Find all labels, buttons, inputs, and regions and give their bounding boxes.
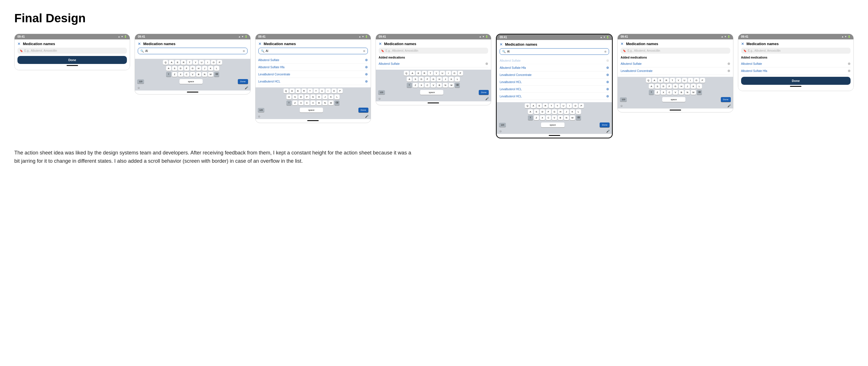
- key-p[interactable]: P: [217, 60, 222, 65]
- key-k[interactable]: K: [208, 66, 213, 71]
- screen-title-3: Medication names: [264, 42, 296, 46]
- key-a2[interactable]: A: [166, 66, 171, 71]
- search-bar-2[interactable]: 🔍 Al ⊗: [138, 48, 247, 54]
- key-r[interactable]: R: [181, 60, 186, 65]
- add-icon-5-6[interactable]: ⊕: [606, 94, 609, 98]
- close-button-7[interactable]: ✕: [741, 42, 744, 46]
- key-backspace[interactable]: ⌫: [214, 72, 219, 77]
- key-row-3a: QAERTYUIOP: [256, 89, 370, 93]
- add-icon-3-1[interactable]: ⊕: [365, 58, 368, 62]
- phone-content-2: ✕ Medication names 🔍 Al ⊗: [135, 39, 250, 59]
- key-x[interactable]: X: [178, 72, 183, 77]
- time-4: 09:41: [379, 35, 386, 38]
- add-icon-5-4[interactable]: ⊕: [606, 80, 609, 84]
- search-bar-7[interactable]: 🔖 E.g., Albuterol, Amoxicillin: [741, 48, 850, 54]
- status-bar-3: 09:41 ▲▼🔋: [255, 34, 371, 39]
- phone-content-1: ✕ Medication names 🔖 E.g., Albuterol, Am…: [14, 39, 130, 70]
- key-o[interactable]: O: [211, 60, 216, 65]
- remove-icon-7-1[interactable]: ⊗: [848, 62, 850, 66]
- key-j[interactable]: J: [202, 66, 207, 71]
- add-icon-5-2[interactable]: ⊕: [606, 66, 609, 70]
- remove-icon-5-1[interactable]: ⊗: [606, 59, 609, 63]
- clear-icon-3[interactable]: ⊗: [363, 49, 365, 53]
- key-c[interactable]: C: [184, 72, 189, 77]
- add-icon-3-2[interactable]: ⊕: [365, 65, 368, 69]
- key-y[interactable]: Y: [193, 60, 198, 65]
- med-item-5-1: Albuterol Sulfate ⊗: [500, 57, 609, 64]
- clear-icon-5[interactable]: ⊗: [604, 50, 607, 53]
- med-item-4-1: Albuterol Sulfate ⊗: [379, 60, 488, 67]
- med-name-7-2: Albuterol Sulfate Hfa: [741, 69, 767, 72]
- time-3: 09:41: [258, 35, 266, 38]
- key-123[interactable]: 123: [137, 79, 144, 84]
- time-1: 09:41: [18, 35, 25, 38]
- key-t[interactable]: T: [187, 60, 192, 65]
- key-g[interactable]: G: [190, 66, 195, 71]
- close-button-6[interactable]: ✕: [620, 42, 624, 46]
- remove-icon-6-1[interactable]: ⊗: [727, 62, 730, 66]
- key-i[interactable]: I: [205, 60, 210, 65]
- time-2: 09:41: [138, 35, 145, 38]
- search-placeholder-6: E.g., Albuterol, Amoxicillin: [627, 49, 728, 52]
- phone-5: 09:41 ▲▼🔋 ✕ Medication names 🔍 Al ⊗ Albu…: [496, 34, 613, 138]
- close-button-4[interactable]: ✕: [379, 42, 382, 46]
- done-button-7[interactable]: Done: [741, 77, 850, 85]
- search-placeholder-4: E.g., Albuterol, Amoxicillin: [385, 49, 486, 52]
- med-name-6-1: Albuterol Sulfate: [620, 62, 641, 65]
- add-icon-5-3[interactable]: ⊕: [606, 73, 609, 77]
- med-name-6-2: Levalbuterol Concentrate: [620, 69, 652, 72]
- key-z[interactable]: Z: [172, 72, 177, 77]
- mic-icon[interactable]: 🎤: [245, 86, 248, 89]
- close-button-1[interactable]: ✕: [18, 42, 21, 46]
- med-item-5-6: Levalbuterol HCL ⊕: [500, 93, 609, 100]
- search-placeholder-7: E.g., Albuterol, Amoxicillin: [748, 49, 848, 52]
- add-icon-3-3[interactable]: ⊕: [365, 72, 368, 76]
- shield-icon-7: 🔖: [743, 49, 747, 52]
- key-v[interactable]: V: [190, 72, 195, 77]
- key-q[interactable]: Q: [163, 60, 168, 65]
- key-space[interactable]: space: [180, 79, 203, 84]
- phone-header-1: ✕ Medication names: [18, 42, 127, 46]
- search-bar-6[interactable]: 🔖 E.g., Albuterol, Amoxicillin: [620, 48, 730, 54]
- add-icon-5-5[interactable]: ⊕: [606, 87, 609, 91]
- key-f[interactable]: F: [184, 66, 189, 71]
- remove-icon-4-1[interactable]: ⊗: [485, 62, 488, 66]
- status-bar-4: 09:41 ▲▼🔋: [376, 34, 491, 39]
- key-u[interactable]: U: [199, 60, 204, 65]
- search-bar-3[interactable]: 🔍 Al ⊗: [258, 48, 368, 54]
- close-button-2[interactable]: ✕: [138, 42, 141, 46]
- med-item-3-3: Levalbuterol Concentrate ⊕: [258, 71, 368, 78]
- search-bar-5[interactable]: 🔍 Al ⊗: [500, 48, 609, 55]
- key-done[interactable]: Done: [238, 79, 248, 84]
- key-shift[interactable]: ⇧: [166, 72, 171, 77]
- key-h[interactable]: H: [196, 66, 201, 71]
- remove-icon-7-2[interactable]: ⊗: [848, 69, 850, 73]
- key-e[interactable]: E: [175, 60, 180, 65]
- key-b[interactable]: B: [196, 72, 201, 77]
- med-name-5-4: Levalbuterol HCL: [500, 80, 522, 84]
- search-icon-3: 🔍: [261, 49, 265, 53]
- emoji-icon[interactable]: ☺: [137, 86, 140, 89]
- key-m[interactable]: M: [208, 72, 213, 77]
- key-s[interactable]: S: [172, 66, 177, 71]
- med-item-7-1: Albuterol Sulfate ⊗: [741, 60, 850, 67]
- remove-icon-6-2[interactable]: ⊗: [727, 69, 730, 73]
- key-d[interactable]: D: [178, 66, 183, 71]
- close-button-3[interactable]: ✕: [258, 42, 261, 46]
- done-button-1[interactable]: Done: [18, 56, 127, 64]
- key-n[interactable]: N: [202, 72, 207, 77]
- close-button-5[interactable]: ✕: [500, 42, 503, 46]
- time-6: 09:41: [620, 35, 628, 38]
- search-bar-1[interactable]: 🔖 E.g., Albuterol, Amoxicillin: [18, 48, 127, 54]
- search-bar-4[interactable]: 🔖 E.g., Albuterol, Amoxicillin: [379, 48, 488, 54]
- med-name-5-2: Albuterol Sulfate Hfa: [500, 66, 526, 69]
- clear-icon-2[interactable]: ⊗: [243, 49, 245, 53]
- key-l[interactable]: L: [214, 66, 219, 71]
- add-icon-3-4[interactable]: ⊕: [365, 79, 368, 84]
- key-a[interactable]: A: [169, 60, 174, 65]
- med-name-5-5: Levalbuterol HCL: [500, 88, 522, 91]
- key-row-2: ASDFGHJKL: [135, 66, 249, 71]
- status-bar-1: 09:41 ▲ ▼ 🔋: [14, 34, 130, 39]
- status-bar-2: 09:41 ▲▼🔋: [135, 34, 250, 39]
- screen-title-2: Medication names: [143, 42, 176, 46]
